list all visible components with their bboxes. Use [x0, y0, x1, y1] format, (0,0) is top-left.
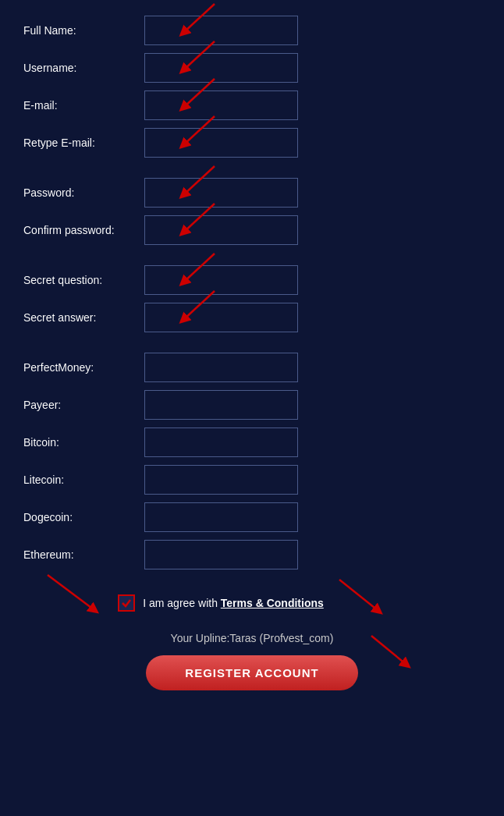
payeer-wrapper — [144, 390, 481, 420]
full-name-row: Full Name: — [23, 16, 481, 45]
perfect-money-label: PerfectMoney: — [23, 361, 144, 374]
registration-form: Full Name: Username: E-mail: — [23, 16, 481, 690]
dogecoin-label: Dogecoin: — [23, 511, 144, 523]
password-label: Password: — [23, 186, 144, 199]
agree-row: I am agree with Terms & Conditions — [23, 584, 481, 623]
perfect-money-row: PerfectMoney: — [23, 353, 481, 382]
upline-text: Your Upline:Taras (Profvest_com) — [171, 632, 334, 644]
payeer-label: Payeer: — [23, 399, 144, 411]
secret-question-row: Secret question: — [23, 265, 481, 295]
retype-email-input[interactable] — [144, 128, 298, 158]
retype-email-wrapper — [144, 128, 481, 158]
ethereum-wrapper — [144, 540, 481, 569]
username-input[interactable] — [144, 53, 298, 83]
secret-answer-label: Secret answer: — [23, 311, 144, 324]
ethereum-input[interactable] — [144, 540, 298, 569]
confirm-password-label: Confirm password: — [23, 224, 144, 236]
ethereum-row: Ethereum: — [23, 540, 481, 569]
upline-row: Your Upline:Taras (Profvest_com) — [23, 632, 481, 644]
bitcoin-wrapper — [144, 428, 481, 457]
username-label: Username: — [23, 62, 144, 74]
password-wrapper — [144, 178, 481, 208]
payeer-input[interactable] — [144, 390, 298, 420]
ethereum-label: Ethereum: — [23, 548, 144, 561]
svg-line-19 — [339, 580, 378, 611]
username-row: Username: — [23, 53, 481, 83]
litecoin-input[interactable] — [144, 465, 298, 495]
agree-text: I am agree with Terms & Conditions — [143, 597, 324, 609]
terms-link[interactable]: Terms & Conditions — [221, 597, 324, 609]
dogecoin-wrapper — [144, 502, 481, 532]
dogecoin-row: Dogecoin: — [23, 502, 481, 532]
secret-answer-wrapper — [144, 303, 481, 332]
litecoin-row: Litecoin: — [23, 465, 481, 495]
confirm-password-wrapper — [144, 215, 481, 245]
retype-email-label: Retype E-mail: — [23, 137, 144, 149]
register-arrow — [356, 632, 418, 671]
register-button[interactable]: REGISTER ACCOUNT — [146, 655, 357, 690]
full-name-wrapper — [144, 16, 481, 45]
dogecoin-input[interactable] — [144, 502, 298, 532]
email-input[interactable] — [144, 90, 298, 120]
agree-checkbox[interactable] — [118, 594, 135, 612]
password-row: Password: — [23, 178, 481, 208]
secret-answer-input[interactable] — [144, 303, 298, 332]
agree-text-prefix: I am agree with — [143, 597, 221, 609]
confirm-password-row: Confirm password: — [23, 215, 481, 245]
bitcoin-input[interactable] — [144, 428, 298, 457]
secret-question-wrapper — [144, 265, 481, 295]
perfect-money-input[interactable] — [144, 353, 298, 382]
perfect-money-wrapper — [144, 353, 481, 382]
retype-email-row: Retype E-mail: — [23, 128, 481, 158]
email-wrapper — [144, 90, 481, 120]
username-wrapper — [144, 53, 481, 83]
password-input[interactable] — [144, 178, 298, 208]
email-row: E-mail: — [23, 90, 481, 120]
checkbox-check-icon — [121, 598, 132, 608]
svg-line-21 — [371, 636, 406, 665]
bitcoin-row: Bitcoin: — [23, 428, 481, 457]
bitcoin-label: Bitcoin: — [23, 436, 144, 449]
payeer-row: Payeer: — [23, 390, 481, 420]
email-label: E-mail: — [23, 99, 144, 112]
secret-answer-row: Secret answer: — [23, 303, 481, 332]
svg-line-17 — [48, 575, 94, 610]
agree-arrow — [32, 571, 110, 618]
secret-question-input[interactable] — [144, 265, 298, 295]
confirm-password-input[interactable] — [144, 215, 298, 245]
full-name-label: Full Name: — [23, 24, 144, 37]
full-name-input[interactable] — [144, 16, 298, 45]
terms-arrow — [332, 576, 394, 615]
litecoin-label: Litecoin: — [23, 474, 144, 486]
secret-question-label: Secret question: — [23, 274, 144, 286]
litecoin-wrapper — [144, 465, 481, 495]
